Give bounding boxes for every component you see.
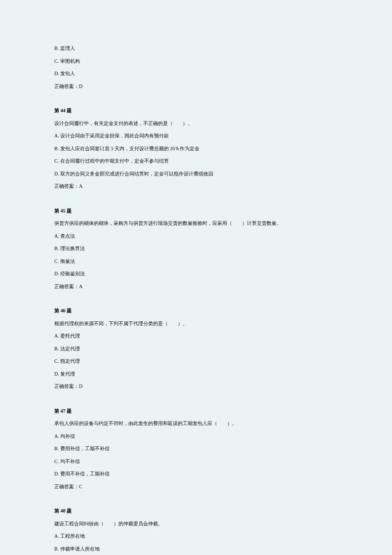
option-line: D. 发包人 (54, 70, 338, 78)
option-line: D. 经验鉴别法 (54, 270, 338, 278)
answer-line: 正确答案：D (54, 83, 338, 90)
question-stem: 根据代理权的来源不同，下列不属于代理分类的是（ ）。 (54, 320, 338, 328)
option-line: A. 委托代理 (54, 332, 338, 340)
answer-line: 正确答案：A (54, 283, 338, 291)
option-line: A. 查点法 (54, 232, 338, 240)
option-line: B. 费用补偿，工期不补偿 (54, 445, 338, 453)
option-line: B. 仲裁申请人所在地 (54, 545, 338, 553)
document-page: B. 监理人 C. 审图机构 D. 发包人 正确答案：D 第 44 题 设计合同… (0, 0, 392, 555)
option-line: B. 法定代理 (54, 345, 338, 353)
option-line: B. 理论换算法 (54, 245, 338, 253)
option-line: D. 费用不补偿，工期补偿 (54, 470, 338, 478)
option-line: C. 衡量法 (54, 257, 338, 265)
answer-line: 正确答案：A (54, 182, 338, 190)
question-title: 第 48 题 (54, 507, 338, 515)
question-title: 第 45 题 (54, 207, 338, 215)
option-line: A. 设计合同由于采用定金担保，因此合同内有预付款 (54, 132, 338, 140)
question-stem: 承包人供应的设备与约定不符时，由此发生的费用和延误的工期发包人应（ ）。 (54, 420, 338, 427)
answer-line: 正确答案：D (54, 383, 338, 390)
question-stem: 建设工程合同纠纷由（ ）的仲裁委员会仲裁。 (54, 520, 338, 528)
option-line: D. 双方的合同义务全部完成进行合同结算时，定金可以抵作设计费或收回 (54, 170, 338, 178)
option-line: C. 均不补偿 (54, 458, 338, 466)
question-title: 第 47 题 (54, 407, 338, 415)
question-title: 第 44 题 (54, 107, 338, 115)
question-title: 第 46 题 (54, 307, 338, 315)
option-line: C. 指定代理 (54, 357, 338, 365)
option-line: A. 均补偿 (54, 432, 338, 440)
option-line: B. 监理人 (54, 44, 338, 52)
answer-line: 正确答案：C (54, 483, 338, 491)
question-stem: 设计合同履行中，有关定金支付的表述，不正确的是（ ）。 (54, 120, 338, 128)
option-line: C. 审图机构 (54, 57, 338, 65)
option-line: B. 发包人应在合同签订后 3 天内，支付设计费总额的 20％作为定金 (54, 145, 338, 153)
option-line: D. 复代理 (54, 370, 338, 378)
option-line: C. 在合同履行过程中的中期支付中，定金不参与结算 (54, 157, 338, 165)
option-line: A. 工程所在地 (54, 532, 338, 540)
question-stem: 供货方供应的砌体的砌块，采购方与供货方进行现场交货的数量验验时，应采用（ ）计算… (54, 219, 338, 227)
